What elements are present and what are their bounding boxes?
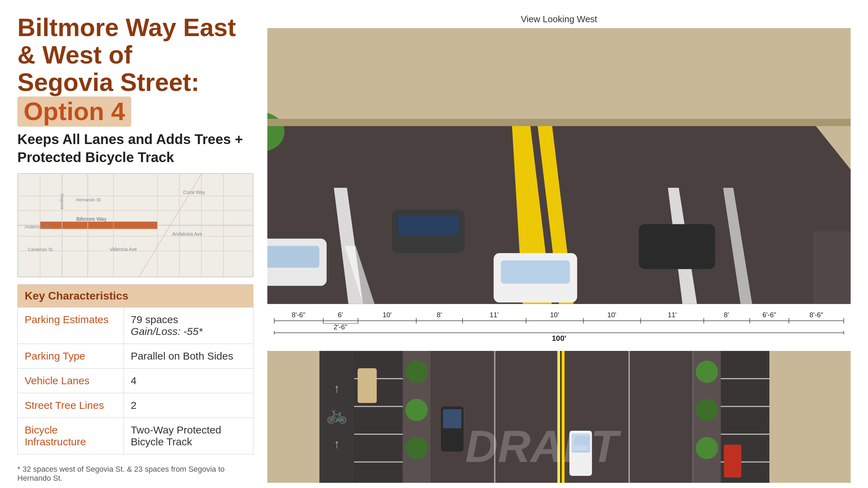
svg-text:↑: ↑ <box>334 381 340 395</box>
svg-text:10': 10' <box>383 311 392 319</box>
characteristics-table: Key Characteristics Parking Estimates 79… <box>17 284 253 454</box>
label-vehicle-lanes: Vehicle Lanes <box>18 368 124 393</box>
perspective-view <box>267 28 851 304</box>
svg-text:6'-6": 6'-6" <box>762 311 776 319</box>
svg-rect-119 <box>629 351 693 483</box>
svg-text:Hernando St.: Hernando St. <box>76 197 102 202</box>
footnote: * 32 spaces west of Segovia St. & 23 spa… <box>17 465 253 483</box>
svg-rect-122 <box>628 351 630 483</box>
map-container: Biltmore Way Coral Way Andalusia Ave <box>17 173 253 277</box>
view-label: View Looking West <box>267 14 851 25</box>
svg-text:2'-6": 2'-6" <box>334 323 347 331</box>
svg-text:🚲: 🚲 <box>326 404 348 425</box>
svg-text:Valencia Ave: Valencia Ave <box>110 247 137 252</box>
table-row: Parking Type Parallel on Both Sides <box>18 344 253 368</box>
svg-text:↑: ↑ <box>334 437 340 451</box>
option-badge: Option 4 <box>17 96 131 127</box>
svg-text:8'-6": 8'-6" <box>292 311 305 319</box>
svg-point-125 <box>696 361 718 383</box>
table-row: Bicycle Infrastructure Two-Way Protected… <box>18 418 253 454</box>
table-row: Street Tree Lines 2 <box>18 393 253 418</box>
value-parking-type: Parallel on Both Sides <box>124 344 253 368</box>
svg-point-112 <box>406 399 428 421</box>
subtitle: Keeps All Lanes and Adds Trees +Protecte… <box>17 130 253 166</box>
right-panel: View Looking West <box>267 14 851 483</box>
gain-loss-text: Gain/Loss: -55* <box>131 326 203 337</box>
svg-text:8'-6": 8'-6" <box>810 311 823 319</box>
table-row: Vehicle Lanes 4 <box>18 368 253 393</box>
svg-text:11': 11' <box>668 311 677 319</box>
svg-text:8': 8' <box>724 311 729 319</box>
map-svg: Biltmore Way Coral Way Andalusia Ave <box>18 174 253 277</box>
svg-text:11': 11' <box>490 311 499 319</box>
value-bicycle-infra: Two-Way ProtectedBicycle Track <box>124 418 253 454</box>
left-panel: Biltmore Way East & West of Segovia Stre… <box>17 14 253 483</box>
svg-text:DRAFT: DRAFT <box>465 421 621 472</box>
svg-rect-49 <box>267 246 319 268</box>
svg-rect-53 <box>501 260 570 284</box>
svg-point-113 <box>406 437 428 459</box>
value-street-tree-lines: 2 <box>124 393 253 418</box>
svg-rect-139 <box>358 368 377 403</box>
title-line2: Segovia Street: Option 4 <box>17 69 253 126</box>
svg-point-126 <box>696 399 718 421</box>
title-line1: Biltmore Way East & West of <box>17 14 253 69</box>
svg-rect-138 <box>724 445 741 478</box>
label-street-tree-lines: Street Tree Lines <box>18 393 124 418</box>
value-vehicle-lanes: 4 <box>124 368 253 393</box>
svg-text:Cardenas St.: Cardenas St. <box>28 247 54 252</box>
svg-text:Andalusia Ave: Andalusia Ave <box>172 231 202 236</box>
svg-point-111 <box>406 361 428 383</box>
svg-rect-54 <box>639 224 715 269</box>
svg-text:Coral Way: Coral Way <box>183 190 205 195</box>
svg-rect-51 <box>398 216 459 236</box>
label-parking-type: Parking Type <box>18 344 124 368</box>
main-container: Biltmore Way East & West of Segovia Stre… <box>0 0 868 488</box>
svg-point-127 <box>696 437 718 459</box>
table-header-cell: Key Characteristics <box>18 284 253 307</box>
svg-marker-67 <box>813 232 851 304</box>
svg-text:Anderson Rd: Anderson Rd <box>25 225 50 229</box>
main-title-block: Biltmore Way East & West of Segovia Stre… <box>17 14 253 127</box>
svg-rect-6 <box>40 221 157 229</box>
table-row: Parking Estimates 79 spaces Gain/Loss: -… <box>18 307 253 344</box>
svg-text:10': 10' <box>607 311 616 319</box>
aerial-view: 🚲 ↑ ↑ <box>267 351 851 483</box>
label-bicycle-infra: Bicycle Infrastructure <box>18 418 124 454</box>
svg-text:Biltmore Way: Biltmore Way <box>76 216 107 222</box>
svg-rect-133 <box>769 351 851 483</box>
dimension-area: 8'-6" 6' 10' 8' 11' 10' 10' 11' 8' 6'-6"… <box>267 308 851 347</box>
svg-rect-135 <box>443 409 461 428</box>
svg-text:8': 8' <box>437 311 442 319</box>
title-text-1: Biltmore Way East & West of <box>17 14 236 69</box>
value-parking-estimates: 79 spaces Gain/Loss: -55* <box>124 307 253 344</box>
svg-rect-68 <box>267 119 851 126</box>
label-parking-estimates: Parking Estimates <box>18 307 124 344</box>
content-area: Biltmore Way East & West of Segovia Stre… <box>0 0 868 488</box>
svg-text:6': 6' <box>338 311 343 319</box>
svg-rect-100 <box>267 351 319 483</box>
svg-text:100': 100' <box>552 334 566 342</box>
svg-text:10': 10' <box>550 311 559 319</box>
svg-text:Segovia: Segovia <box>60 193 65 210</box>
title-text-2: Segovia Street: <box>17 68 199 96</box>
